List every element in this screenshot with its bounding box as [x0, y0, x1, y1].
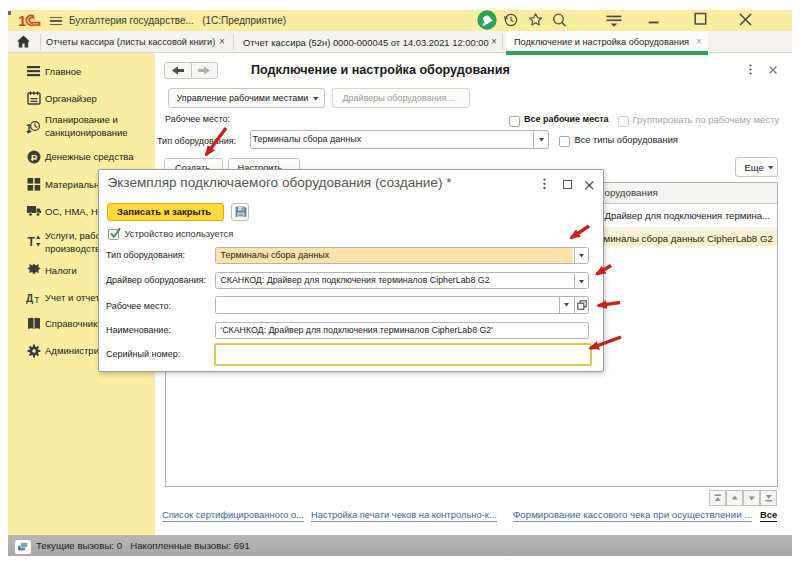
svg-text:Т: Т — [28, 235, 36, 249]
svg-text:т: т — [35, 294, 40, 305]
svg-text:1: 1 — [19, 13, 26, 28]
svg-text:Д: Д — [26, 293, 33, 304]
svg-text:Р: Р — [31, 152, 38, 163]
